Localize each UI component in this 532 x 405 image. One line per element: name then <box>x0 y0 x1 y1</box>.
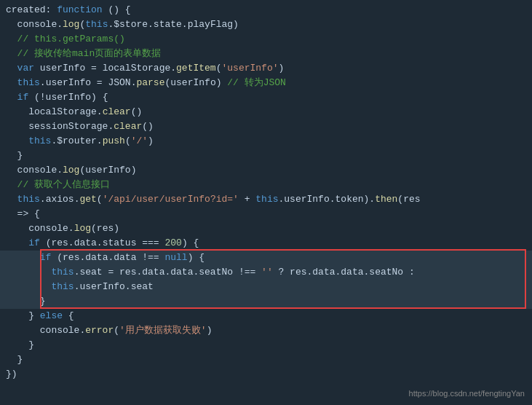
code-editor: created: function () { console.log(this.… <box>0 0 532 405</box>
code-line: console.error('用户数据获取失败') <box>0 323 532 338</box>
code-line: }) <box>0 367 532 382</box>
code-line: var userInfo = localStorage.getItem('use… <box>0 61 532 76</box>
code-line: if (!userInfo) { <box>0 90 532 105</box>
code-line: } else { <box>0 309 532 323</box>
code-line: if (res.data.status === 200) { <box>0 236 532 251</box>
code-line: this.$router.push('/') <box>0 134 532 149</box>
code-line: localStorage.clear() <box>0 105 532 119</box>
code-line: console.log(userInfo) <box>0 163 532 178</box>
watermark: https://blog.csdn.net/fengtingYan <box>409 389 525 398</box>
code-line: } <box>0 338 532 353</box>
code-line: } <box>0 353 532 367</box>
code-line: if (res.data.data !== null) { <box>0 251 532 265</box>
code-line: this.userInfo.seat <box>0 280 532 294</box>
code-line: } <box>0 294 532 309</box>
code-line: console.log(this.$store.state.playFlag) <box>0 17 532 32</box>
code-lines: created: function () { console.log(this.… <box>0 3 532 382</box>
code-line: this.seat = res.data.data.seatNo !== '' … <box>0 265 532 280</box>
code-line: // 接收传给main页面的表单数据 <box>0 47 532 61</box>
code-line: console.log(res) <box>0 221 532 236</box>
code-line: this.userInfo = JSON.parse(userInfo) // … <box>0 76 532 90</box>
code-line: } <box>0 149 532 163</box>
code-line: this.axios.get('/api/user/userInfo?id=' … <box>0 192 532 207</box>
code-line: => { <box>0 207 532 221</box>
code-line: // 获取个人信息接口 <box>0 178 532 192</box>
code-line: created: function () { <box>0 3 532 17</box>
code-line: // this.getParams() <box>0 32 532 47</box>
code-line: sessionStorage.clear() <box>0 119 532 134</box>
